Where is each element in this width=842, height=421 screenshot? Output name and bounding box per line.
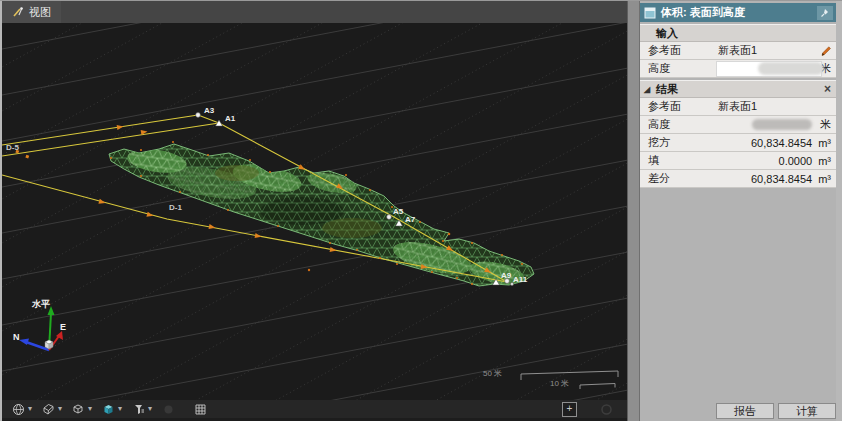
tab-view[interactable]: 视图 xyxy=(2,1,61,23)
display-mode-caret-icon[interactable]: ▾ xyxy=(28,405,32,413)
label-d1: D-1 xyxy=(169,203,182,212)
row-label: 填 xyxy=(640,153,718,168)
filter-button[interactable] xyxy=(131,402,145,416)
view-tab-icon xyxy=(12,6,24,18)
section-input-header[interactable]: 输入 xyxy=(640,24,836,42)
report-button[interactable]: 报告 xyxy=(716,403,774,419)
section-results-header[interactable]: ◢ 结果 × xyxy=(640,80,836,98)
redacted-value xyxy=(752,119,812,130)
row-label: 参考面 xyxy=(640,43,718,58)
surface-style-caret-icon[interactable]: ▾ xyxy=(88,405,92,413)
axis-east-label: E xyxy=(60,322,66,332)
surface-style-button[interactable] xyxy=(71,402,85,416)
reference-surface-value[interactable]: 新表面1 xyxy=(718,43,836,58)
grid-toggle-button[interactable] xyxy=(193,402,207,416)
shading-button[interactable] xyxy=(101,402,115,416)
difference-volume-value: 60,834.8454 xyxy=(718,173,812,185)
app-window: 视图 xyxy=(0,0,842,421)
cube-outline-icon xyxy=(72,403,84,415)
volume-panel: 体积: 表面到高度 输入 参考面 新表面1 高度 米 xyxy=(640,1,836,421)
scale-bar-50m-label: 50 米 xyxy=(483,369,502,378)
row-label: 高度 xyxy=(640,117,718,132)
row-label: 参考面 xyxy=(640,99,718,114)
viewport-3d[interactable]: D-5 A3 A1 D-1 A5 A7 A9 A11 xyxy=(2,23,627,400)
shading-caret-icon[interactable]: ▾ xyxy=(118,405,122,413)
view-tab-bar: 视图 xyxy=(2,1,627,23)
scale-bar-10m: 10 米 xyxy=(550,379,615,389)
row-label: 挖方 xyxy=(640,135,718,150)
fill-volume-unit: m³ xyxy=(812,155,836,167)
display-mode-globe-icon xyxy=(12,403,25,416)
cut-volume-value: 60,834.8454 xyxy=(718,137,812,149)
window-right-border xyxy=(836,1,842,421)
zoom-extents-plus-icon: + xyxy=(567,404,573,414)
filter-icon xyxy=(132,403,145,416)
row-result-reference-surface: 参考面 新表面1 xyxy=(640,98,836,116)
viewport-toolbar: ▾ ▾ ▾ ▾ xyxy=(2,400,627,418)
disabled-tool-icon xyxy=(161,402,175,416)
pin-icon[interactable] xyxy=(817,6,833,20)
panel-icon xyxy=(644,7,656,19)
grid-icon xyxy=(194,403,207,416)
result-elevation-unit: 米 xyxy=(814,117,836,132)
label-a11: A11 xyxy=(513,275,528,284)
panel-footer: 报告 计算 xyxy=(716,403,836,419)
view-orientation-caret-icon[interactable]: ▾ xyxy=(58,405,62,413)
label-a7: A7 xyxy=(405,215,416,224)
row-result-elevation: 高度 米 xyxy=(640,116,836,134)
zoom-extents-button[interactable]: + xyxy=(562,402,577,417)
edit-pencil-icon[interactable] xyxy=(820,45,832,57)
view-orientation-button[interactable] xyxy=(41,402,55,416)
panel-title: 体积: 表面到高度 xyxy=(661,5,817,20)
section-results-label: 结果 xyxy=(656,82,678,97)
label-a1: A1 xyxy=(225,114,236,123)
axis-up-label: 水平 xyxy=(31,299,50,309)
shaded-cube-icon xyxy=(102,403,115,416)
scale-bar-10m-label: 10 米 xyxy=(550,379,569,388)
row-result-cut: 挖方 60,834.8454 m³ xyxy=(640,134,836,152)
panel-splitter[interactable] xyxy=(627,1,640,421)
row-label: 差分 xyxy=(640,171,718,186)
result-reference-surface-value: 新表面1 xyxy=(718,99,836,114)
disabled-pan-icon xyxy=(599,402,613,416)
panel-header[interactable]: 体积: 表面到高度 xyxy=(640,3,836,22)
terrain-mesh[interactable] xyxy=(109,144,534,289)
section-input-label: 输入 xyxy=(656,26,678,41)
redacted-value xyxy=(758,62,824,75)
display-mode-button[interactable] xyxy=(11,402,25,416)
row-label: 高度 xyxy=(640,61,718,76)
prism-icon xyxy=(42,403,55,416)
label-a5: A5 xyxy=(393,207,404,216)
row-result-difference: 差分 60,834.8454 m³ xyxy=(640,170,836,188)
filter-caret-icon[interactable]: ▾ xyxy=(148,405,152,413)
label-a9: A9 xyxy=(501,271,512,280)
tab-view-label: 视图 xyxy=(29,5,51,20)
fill-volume-value: 0.0000 xyxy=(718,155,812,167)
scene-svg: D-5 A3 A1 D-1 A5 A7 A9 A11 xyxy=(2,23,627,400)
axis-triad: 水平 N E xyxy=(13,299,66,350)
row-result-fill: 填 0.0000 m³ xyxy=(640,152,836,170)
viewport-column: 视图 xyxy=(2,1,627,421)
cut-volume-unit: m³ xyxy=(812,137,836,149)
label-a3: A3 xyxy=(204,106,215,115)
calculate-button[interactable]: 计算 xyxy=(778,403,836,419)
label-d5: D-5 xyxy=(6,143,19,152)
collapse-icon[interactable]: ◢ xyxy=(644,85,650,94)
row-input-elevation: 高度 米 xyxy=(640,60,836,78)
row-input-reference-surface: 参考面 新表面1 xyxy=(640,42,836,60)
difference-volume-unit: m³ xyxy=(812,173,836,185)
clear-results-icon[interactable]: × xyxy=(824,82,831,96)
axis-north-label: N xyxy=(13,332,20,342)
